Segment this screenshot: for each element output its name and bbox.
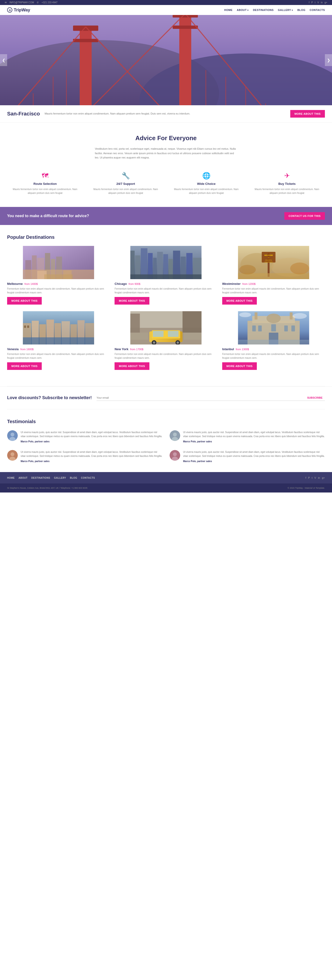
melbourne-price: from 1400$: [24, 283, 38, 285]
nav-gallery[interactable]: GALLERY: [278, 8, 293, 11]
newsletter-title: Love discounts? Subscribe to newsletter!: [7, 395, 92, 400]
footer-facebook-icon[interactable]: f: [305, 476, 306, 479]
advice-title: Advice For Everyone: [7, 134, 325, 142]
top-bar-right: f P t V in g+: [309, 1, 327, 4]
testimonial-3-content: Ut viverra mauris justo, quis auctor nis…: [21, 450, 163, 463]
linkedin-icon[interactable]: in: [321, 1, 323, 4]
svg-rect-8: [172, 15, 198, 18]
footer-nav-gallery[interactable]: GALLERY: [54, 477, 66, 479]
svg-text:COLORFUL: COLORFUL: [265, 259, 272, 261]
newyork-more-button[interactable]: More About This: [115, 362, 149, 370]
featured-city-name: San-Fracisco: [7, 111, 40, 117]
testimonial-1-content: Ut viverra mauris justo, quis auctor nis…: [21, 430, 163, 443]
svg-rect-6: [73, 25, 98, 31]
svg-point-101: [292, 313, 307, 319]
chicago-more-button[interactable]: More About This: [115, 297, 149, 305]
feature-buy-tickets: ✈ Buy Tickets Mauris fermentum tortor no…: [249, 169, 325, 197]
svg-text:WELCOME: WELCOME: [264, 255, 273, 256]
venesia-image: [7, 311, 110, 345]
chicago-info: Chicago from 900$ Fermentum tortor non e…: [115, 279, 217, 307]
hero-next-button[interactable]: ❯: [325, 54, 332, 66]
footer-googleplus-icon[interactable]: g+: [322, 476, 325, 479]
footer-pinterest-icon[interactable]: P: [308, 476, 310, 479]
venesia-desc: Fermentum tortor non enim aliquet mauris…: [7, 352, 110, 360]
logo[interactable]: ◎ TripWay: [7, 7, 30, 13]
testimonial-3-text: Ut viverra mauris justo, quis auctor nis…: [21, 450, 163, 458]
destination-card-melbourne: Melbourne from 1400$ Fermentum tortor no…: [7, 246, 110, 307]
nav-blog[interactable]: BLOG: [297, 8, 305, 11]
footer-bottom: St Stephen's House, Colston Ave, Bristol…: [0, 484, 332, 493]
newsletter-subscribe-button[interactable]: Subscribe: [305, 395, 325, 401]
hero-image: [0, 15, 332, 105]
svg-rect-75: [130, 313, 140, 332]
svg-point-100: [239, 312, 251, 317]
pinterest-icon[interactable]: P: [311, 1, 313, 4]
top-phone: +321 233 4947: [41, 1, 57, 4]
footer-twitter-icon[interactable]: t: [311, 476, 312, 479]
featured-city-description: Mauris fermentum tortor non enim aliquet…: [44, 112, 285, 116]
testimonials-section: Testimonials Ut viverra mauris justo, qu…: [0, 409, 332, 472]
footer-nav-about[interactable]: ABOUT: [19, 477, 27, 479]
feature-buy-tickets-title: Buy Tickets: [251, 182, 323, 186]
venesia-more-button[interactable]: More About This: [7, 362, 42, 370]
svg-rect-86: [184, 332, 202, 340]
svg-rect-84: [168, 331, 179, 337]
westminster-price: from 1200$: [242, 283, 256, 285]
top-email: INFO@TRIPWAY.COM: [9, 1, 34, 4]
footer-nav-blog[interactable]: BLOG: [70, 477, 77, 479]
testimonial-3-avatar: [7, 450, 18, 461]
svg-rect-99: [238, 340, 309, 345]
svg-rect-90: [255, 312, 257, 320]
avatar-2-image: [169, 430, 180, 441]
footer-nav-home[interactable]: HOME: [7, 477, 15, 479]
nav-contacts[interactable]: CONTACTS: [310, 8, 325, 11]
top-bar-left: ✉ INFO@TRIPWAY.COM ✆ +321 233 4947: [5, 1, 57, 4]
nav-destinations[interactable]: DESTINATIONS: [253, 8, 274, 11]
svg-rect-97: [291, 326, 295, 331]
chicago-price: from 900$: [128, 283, 141, 285]
footer-nav-contacts[interactable]: CONTACTS: [81, 477, 95, 479]
footer-vimeo-icon[interactable]: V: [315, 476, 316, 479]
cta-text: You need to make a difficult route for a…: [7, 214, 89, 218]
feature-buy-tickets-desc: Mauris fermentum tortor non enim aliquet…: [251, 188, 323, 195]
destination-card-venesia: Venesia from 1600$ Fermentum tortor non …: [7, 311, 110, 372]
nav-home[interactable]: HOME: [224, 8, 232, 11]
footer-nav-destinations[interactable]: DESTINATIONS: [31, 477, 50, 479]
feature-support-title: 24/7 Support: [90, 182, 161, 186]
features-grid: 🗺 Route Selection Mauris fermentum torto…: [7, 169, 325, 197]
westminster-image: WELCOME TO COLORFUL COLORADO: [222, 246, 325, 279]
istanbul-more-button[interactable]: More About This: [222, 362, 257, 370]
twitter-icon[interactable]: t: [315, 1, 315, 4]
feature-support-desc: Mauris fermentum tortor non enim aliquet…: [90, 188, 161, 195]
newsletter-email-input[interactable]: [96, 395, 305, 401]
istanbul-name: Istanbul: [222, 347, 234, 351]
venesia-price: from 1600$: [21, 348, 34, 351]
feature-support: 🔧 24/7 Support Mauris fermentum tortor n…: [88, 169, 164, 197]
vimeo-icon[interactable]: V: [317, 1, 319, 4]
westminster-desc: Fermentum tortor non enim aliquet mauris…: [222, 287, 325, 294]
istanbul-price: from 1300$: [236, 348, 249, 351]
westminster-more-button[interactable]: More About This: [222, 297, 257, 305]
chicago-desc: Fermentum tortor non enim aliquet mauris…: [115, 287, 217, 294]
route-selection-icon: 🗺: [9, 172, 81, 180]
svg-point-109: [11, 452, 14, 456]
melbourne-more-button[interactable]: More About This: [7, 297, 42, 305]
contact-us-button[interactable]: Contact Us For This: [285, 212, 325, 220]
istanbul-image: [222, 311, 325, 345]
more-about-city-button[interactable]: More About This: [290, 110, 325, 118]
destinations-grid-bottom: Venesia from 1600$ Fermentum tortor non …: [7, 311, 325, 372]
hero-prev-button[interactable]: ❮: [0, 54, 7, 66]
googleplus-icon[interactable]: g+: [325, 1, 327, 4]
testimonial-1-text: Ut viverra mauris justo, quis auctor nis…: [21, 430, 163, 438]
destination-card-chicago: Chicago from 900$ Fermentum tortor non e…: [115, 246, 217, 307]
testimonial-1-avatar: [7, 430, 18, 441]
nav-about[interactable]: ABOUT: [237, 8, 249, 11]
svg-point-112: [173, 452, 177, 456]
melbourne-image: [7, 246, 110, 279]
buy-tickets-icon: ✈: [251, 172, 323, 180]
facebook-icon[interactable]: f: [309, 1, 310, 4]
avatar-4-image: [169, 450, 180, 461]
logo-icon: ◎: [7, 7, 12, 13]
footer-linkedin-icon[interactable]: in: [318, 476, 320, 479]
avatar-1-image: [7, 430, 18, 441]
